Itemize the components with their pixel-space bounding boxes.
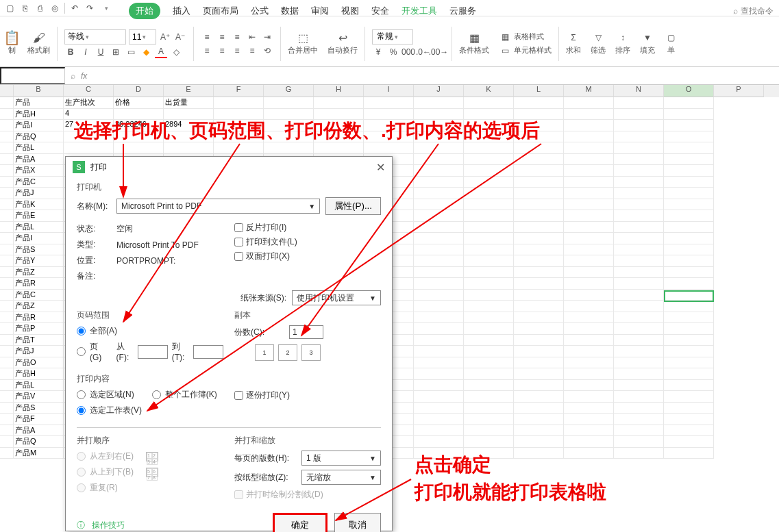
tab-start[interactable]: 开始: [129, 3, 160, 19]
col-header-D[interactable]: D: [114, 85, 164, 97]
tab-layout[interactable]: 页面布局: [203, 5, 238, 17]
col-header-C[interactable]: C: [64, 85, 114, 97]
clear-format-icon[interactable]: ◇: [170, 46, 182, 58]
tab-formula[interactable]: 公式: [251, 5, 269, 17]
align-center-icon[interactable]: ≡: [216, 45, 228, 57]
close-icon[interactable]: ✕: [376, 161, 385, 174]
indent-dec-icon[interactable]: ⇤: [246, 31, 258, 43]
col-header-N[interactable]: N: [614, 85, 664, 97]
redo-icon[interactable]: ↷: [83, 1, 97, 15]
inc-dec-icon[interactable]: .0←: [417, 46, 430, 58]
font-color-icon[interactable]: A: [155, 46, 167, 58]
table-row[interactable]: 产品Q: [0, 131, 779, 143]
table-style-icon[interactable]: ▦: [499, 31, 511, 43]
print-icon[interactable]: ⎙: [33, 1, 47, 15]
tab-review[interactable]: 审阅: [311, 5, 329, 17]
col-header-I[interactable]: I: [364, 85, 414, 97]
indent-inc-icon[interactable]: ⇥: [261, 31, 273, 43]
col-header-O[interactable]: O: [664, 85, 714, 97]
align-left-icon[interactable]: ≡: [201, 45, 213, 57]
tab-insert[interactable]: 插入: [173, 5, 190, 17]
copies-input[interactable]: 1: [289, 325, 323, 339]
col-header-L[interactable]: L: [514, 85, 564, 97]
col-header-G[interactable]: G: [264, 85, 314, 97]
underline-icon[interactable]: U: [95, 46, 107, 58]
search-fx-icon[interactable]: ⌕: [71, 71, 75, 81]
properties-button[interactable]: 属性(P)...: [325, 197, 381, 215]
all-radio[interactable]: [77, 327, 86, 335]
filter-icon[interactable]: ▽: [592, 31, 604, 44]
percent-icon[interactable]: %: [387, 46, 399, 58]
font-size-select[interactable]: 11▾: [129, 29, 156, 45]
comma-icon[interactable]: 000: [402, 46, 415, 58]
align-bot-icon[interactable]: ≡: [231, 31, 243, 43]
from-input[interactable]: [138, 345, 168, 359]
cond-format-icon[interactable]: ▦: [468, 31, 480, 44]
border-icon[interactable]: ⊞: [110, 46, 122, 58]
paste-icon[interactable]: 📋: [5, 31, 18, 44]
to-input[interactable]: [193, 345, 223, 359]
col-header-P[interactable]: P: [714, 85, 764, 97]
sum-icon[interactable]: Σ: [567, 31, 580, 44]
cell-color-icon[interactable]: ▭: [125, 46, 137, 58]
ok-button[interactable]: 确定: [273, 513, 327, 532]
fill-icon[interactable]: ▼: [641, 31, 654, 44]
pages-radio[interactable]: [77, 347, 86, 356]
cancel-button[interactable]: 取消: [334, 513, 381, 532]
align-right-icon[interactable]: ≡: [231, 45, 243, 57]
sel-sheet-radio[interactable]: [77, 406, 86, 415]
col-header-H[interactable]: H: [314, 85, 364, 97]
select-all-corner[interactable]: [0, 85, 14, 97]
whole-book-radio[interactable]: [152, 390, 161, 399]
sort-icon[interactable]: ↕: [617, 31, 629, 44]
scale-select[interactable]: 无缩放▼: [301, 470, 381, 485]
tips-link[interactable]: 操作技巧: [92, 520, 125, 531]
collate-checkbox[interactable]: [234, 391, 243, 400]
reverse-checkbox[interactable]: [234, 223, 243, 232]
col-header-B[interactable]: B: [14, 85, 64, 97]
paper-source-select[interactable]: 使用打印机设置▼: [292, 290, 381, 305]
number-format-select[interactable]: 常规▾: [372, 29, 413, 45]
orient-icon[interactable]: ⟲: [261, 45, 273, 57]
pages-per-select[interactable]: 1 版▼: [301, 451, 381, 466]
printer-name-select[interactable]: Microsoft Print to PDF▼: [116, 199, 320, 214]
undo-icon[interactable]: ↶: [68, 1, 82, 15]
col-header-E[interactable]: E: [164, 85, 214, 97]
font-name-select[interactable]: 等线▾: [64, 29, 126, 45]
align-top-icon[interactable]: ≡: [201, 31, 213, 43]
preview-icon[interactable]: ◎: [48, 1, 62, 15]
format-painter-icon[interactable]: 🖌: [33, 31, 45, 44]
cell-style-icon[interactable]: ▭: [499, 45, 511, 57]
italic-icon[interactable]: I: [79, 46, 92, 58]
wrap-icon[interactable]: ↩: [336, 31, 349, 44]
sel-area-radio[interactable]: [77, 390, 86, 399]
table-row[interactable]: 产品L: [0, 142, 779, 154]
tab-cloud[interactable]: 云服务: [449, 5, 476, 17]
tab-dev[interactable]: 开发工具: [401, 5, 437, 17]
col-header-K[interactable]: K: [464, 85, 514, 97]
col-header-M[interactable]: M: [564, 85, 614, 97]
merge-icon[interactable]: ⬚: [297, 31, 309, 44]
tab-data[interactable]: 数据: [281, 5, 299, 17]
fx-icon[interactable]: fx: [81, 71, 87, 81]
single-icon[interactable]: ▢: [665, 31, 677, 44]
increase-font-icon[interactable]: A⁺: [159, 31, 171, 43]
align-mid-icon[interactable]: ≡: [216, 31, 228, 43]
decrease-font-icon[interactable]: A⁻: [174, 31, 186, 43]
bold-icon[interactable]: B: [64, 46, 77, 58]
col-header-F[interactable]: F: [214, 85, 264, 97]
export-icon[interactable]: ⎘: [18, 1, 32, 15]
tab-security[interactable]: 安全: [371, 5, 389, 17]
duplex-checkbox[interactable]: [234, 252, 243, 261]
justify-icon[interactable]: ≡: [246, 45, 258, 57]
name-box[interactable]: [0, 67, 65, 84]
col-header-J[interactable]: J: [414, 85, 464, 97]
currency-icon[interactable]: ¥: [372, 46, 384, 58]
tofile-checkbox[interactable]: [234, 238, 243, 246]
fill-color-icon[interactable]: ◆: [140, 46, 152, 58]
command-search[interactable]: ⌕ 查找命令: [733, 5, 774, 17]
qat-more-icon[interactable]: ▾: [99, 1, 113, 15]
save-icon[interactable]: ▢: [3, 1, 16, 15]
dec-dec-icon[interactable]: .00→: [432, 46, 445, 58]
table-row[interactable]: 产品H4: [0, 109, 779, 121]
